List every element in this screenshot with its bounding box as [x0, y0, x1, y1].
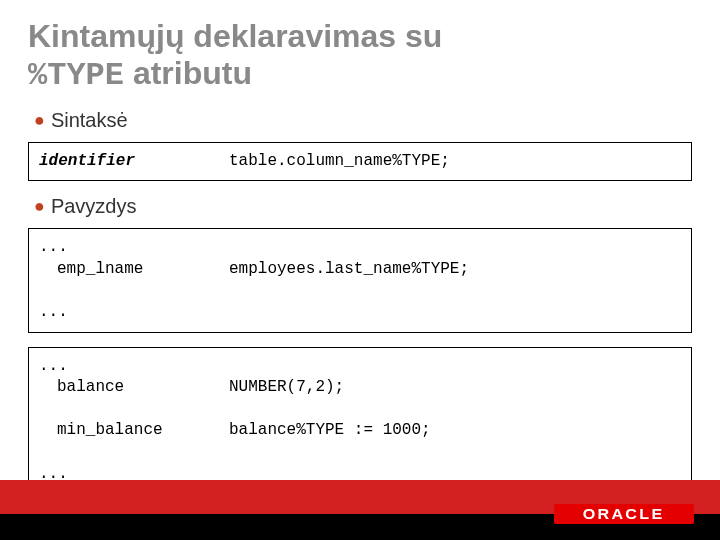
syntax-box: identifiertable.column_name%TYPE; — [28, 142, 692, 182]
dots: ... — [39, 357, 68, 375]
example-box-1: ... emp_lnameemployees.last_name%TYPE; .… — [28, 228, 692, 332]
var-name: min_balance — [39, 420, 229, 442]
bullet-icon: ● — [34, 196, 45, 216]
title-line1: Kintamųjų deklaravimas su — [28, 18, 442, 54]
dots: ... — [39, 303, 68, 321]
footer: ORACLE — [0, 480, 720, 540]
syntax-identifier: identifier — [39, 151, 229, 173]
var-name: balance — [39, 377, 229, 399]
var-decl: employees.last_name%TYPE; — [229, 259, 681, 281]
syntax-decl: table.column_name%TYPE; — [229, 151, 681, 173]
var-name: emp_lname — [39, 259, 229, 281]
title-rest: atributu — [124, 55, 252, 91]
bullet-icon: ● — [34, 110, 45, 130]
example-box-2: ... balanceNUMBER(7,2); min_balancebalan… — [28, 347, 692, 495]
slide-title: Kintamųjų deklaravimas su %TYPE atributu — [28, 18, 692, 95]
var-decl: balance%TYPE := 1000; — [229, 420, 681, 442]
oracle-logo: ORACLE — [554, 504, 694, 524]
bullet-example: ●Pavyzdys — [34, 195, 692, 218]
dots: ... — [39, 238, 68, 256]
oracle-logo-text: ORACLE — [583, 506, 665, 522]
title-code: %TYPE — [28, 57, 124, 94]
var-decl: NUMBER(7,2); — [229, 377, 681, 399]
bullet-syntax-label: Sintaksė — [51, 109, 128, 131]
bullet-syntax: ●Sintaksė — [34, 109, 692, 132]
bullet-example-label: Pavyzdys — [51, 195, 137, 217]
